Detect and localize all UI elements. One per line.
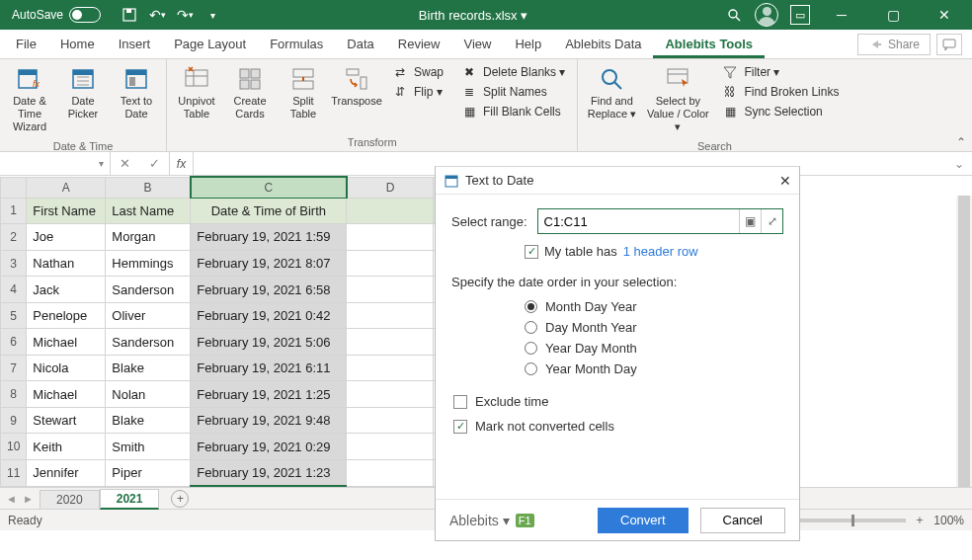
minimize-button[interactable]: ─ <box>822 1 861 29</box>
create-cards-button[interactable]: Create Cards <box>224 61 276 134</box>
comments-icon[interactable] <box>936 34 962 55</box>
cell[interactable]: February 19, 2021 0:42 <box>191 302 347 329</box>
cell[interactable]: Jack <box>27 277 106 303</box>
sheet-nav-prev[interactable]: ◄ <box>6 493 17 505</box>
flip-button[interactable]: ⇵Flip ▾ <box>388 83 447 101</box>
zoom-in-button[interactable]: ＋ <box>914 512 926 528</box>
col-header-c[interactable]: C <box>191 177 347 198</box>
undo-icon[interactable]: ↶▾ <box>148 6 166 24</box>
sync-selection-button[interactable]: ▦Sync Selection <box>718 103 843 120</box>
cell[interactable] <box>347 277 434 303</box>
select-by-value-button[interactable]: Select by Value / Color ▾ <box>643 61 712 138</box>
split-table-button[interactable]: Split Table <box>278 61 329 134</box>
find-broken-links-button[interactable]: ⛓Find Broken Links <box>718 83 843 101</box>
cell[interactable]: Blake <box>106 407 191 434</box>
sheet-tab-2020[interactable]: 2020 <box>40 490 100 509</box>
cell[interactable] <box>347 250 434 277</box>
cell[interactable]: February 19, 2021 0:29 <box>191 434 347 460</box>
row-header[interactable]: 3 <box>1 250 27 277</box>
collapse-ribbon-icon[interactable]: ⌃ <box>956 135 966 149</box>
cell[interactable] <box>347 407 434 434</box>
row-header[interactable]: 4 <box>1 277 27 303</box>
collapse-range-icon[interactable]: ▣ <box>739 209 761 233</box>
cell[interactable] <box>347 198 434 224</box>
cell[interactable]: February 19, 2021 5:06 <box>191 329 347 356</box>
row-header[interactable]: 2 <box>1 224 27 251</box>
delete-blanks-button[interactable]: ✖Delete Blanks ▾ <box>457 63 569 81</box>
cell[interactable] <box>347 329 434 356</box>
ablebits-brand[interactable]: Ablebits ▾ <box>449 513 510 528</box>
range-input[interactable] <box>538 214 739 229</box>
col-header-a[interactable]: A <box>27 177 106 198</box>
cell[interactable]: Smith <box>106 434 191 460</box>
account-avatar[interactable] <box>755 3 778 27</box>
name-box[interactable]: ▾ <box>0 152 111 175</box>
cell[interactable] <box>347 459 434 486</box>
row-header[interactable]: 6 <box>1 329 27 356</box>
row-header[interactable]: 9 <box>1 407 27 434</box>
cell[interactable]: Joe <box>27 224 106 251</box>
swap-button[interactable]: ⇄Swap <box>388 63 447 81</box>
cell[interactable]: Last Name <box>106 198 191 224</box>
cell[interactable]: February 19, 2021 1:25 <box>191 381 347 408</box>
tab-home[interactable]: Home <box>48 31 107 57</box>
save-icon[interactable] <box>121 6 138 24</box>
expand-range-icon[interactable]: ⤢ <box>761 209 782 233</box>
f1-badge[interactable]: F1 <box>516 514 534 527</box>
col-header-d[interactable]: D <box>347 177 434 198</box>
cancel-fx-icon[interactable]: ✕ <box>120 156 130 171</box>
cell[interactable]: Date & Time of Birth <box>191 198 347 224</box>
cell[interactable]: Nicola <box>27 355 106 381</box>
transpose-button[interactable]: Transpose <box>331 61 382 134</box>
autosave-toggle[interactable]: AutoSave <box>12 7 101 23</box>
maximize-button[interactable]: ▢ <box>873 1 913 29</box>
tab-view[interactable]: View <box>451 31 503 57</box>
row-header[interactable]: 1 <box>1 198 27 224</box>
row-header[interactable]: 5 <box>1 302 27 329</box>
cell[interactable]: Michael <box>27 329 106 356</box>
tab-formulas[interactable]: Formulas <box>258 31 335 57</box>
radio-dmy[interactable] <box>525 321 537 334</box>
tab-review[interactable]: Review <box>386 31 452 57</box>
sheet-nav-next[interactable]: ► <box>23 493 34 505</box>
share-button[interactable]: Share <box>857 34 931 55</box>
ribbon-display-icon[interactable]: ▭ <box>790 5 810 25</box>
cell[interactable]: February 19, 2021 6:58 <box>191 277 347 303</box>
cell[interactable]: Stewart <box>27 407 106 434</box>
expand-formula-icon[interactable]: ⌄ <box>954 157 964 171</box>
text-to-date-button[interactable]: Text to Date <box>111 61 162 138</box>
cell[interactable]: Penelope <box>27 302 106 329</box>
cancel-button[interactable]: Cancel <box>700 508 785 533</box>
tab-file[interactable]: File <box>4 31 48 57</box>
unpivot-table-button[interactable]: Unpivot Table <box>171 61 222 134</box>
filter-button[interactable]: Filter ▾ <box>718 63 843 81</box>
accept-fx-icon[interactable]: ✓ <box>149 156 160 171</box>
cell[interactable] <box>347 381 434 408</box>
convert-button[interactable]: Convert <box>598 508 688 533</box>
cell[interactable]: Piper <box>106 459 191 486</box>
split-names-button[interactable]: ≣Split Names <box>457 83 569 101</box>
tab-data[interactable]: Data <box>335 31 385 57</box>
cell[interactable] <box>347 302 434 329</box>
cell[interactable]: February 19, 2021 1:59 <box>191 224 347 251</box>
vertical-scrollbar[interactable] <box>956 196 972 487</box>
cell[interactable]: Michael <box>27 381 106 408</box>
cell[interactable]: Blake <box>106 355 191 381</box>
tab-help[interactable]: Help <box>503 31 553 57</box>
cell[interactable]: Sanderson <box>106 329 191 356</box>
cell[interactable]: Jennifer <box>27 459 106 486</box>
cell[interactable]: Oliver <box>106 302 191 329</box>
cell[interactable]: Nolan <box>106 381 191 408</box>
search-icon[interactable] <box>725 6 743 24</box>
redo-icon[interactable]: ↷▾ <box>176 6 194 24</box>
col-header-b[interactable]: B <box>106 177 191 198</box>
row-header[interactable]: 8 <box>1 381 27 408</box>
cell[interactable]: Morgan <box>106 224 191 251</box>
date-picker-button[interactable]: Date Picker <box>57 61 109 138</box>
close-pane-button[interactable]: ✕ <box>779 173 791 189</box>
zoom-level[interactable]: 100% <box>933 514 964 527</box>
cell[interactable]: February 19, 2021 6:11 <box>191 355 347 381</box>
exclude-time-checkbox[interactable] <box>453 395 467 409</box>
cell[interactable]: February 19, 2021 8:07 <box>191 250 347 277</box>
radio-mdy[interactable] <box>525 300 537 313</box>
